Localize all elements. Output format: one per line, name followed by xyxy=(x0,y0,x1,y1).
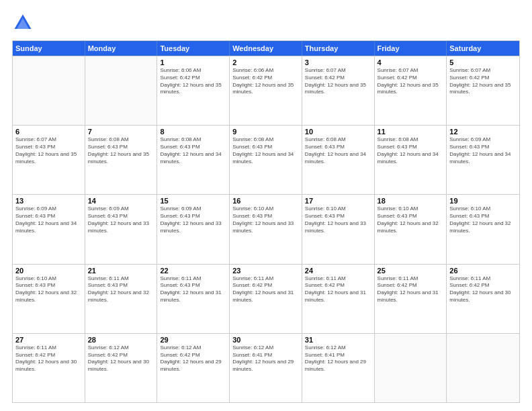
day-number: 2 xyxy=(232,58,299,66)
cell-info: Sunrise: 6:11 AM Sunset: 6:42 PM Dayligh… xyxy=(232,275,299,304)
header-day-friday: Friday xyxy=(375,41,447,56)
cell-info: Sunrise: 6:10 AM Sunset: 6:43 PM Dayligh… xyxy=(378,205,444,234)
week-row-4: 20Sunrise: 6:10 AM Sunset: 6:43 PM Dayli… xyxy=(13,264,519,333)
day-number: 28 xyxy=(88,336,154,344)
header xyxy=(12,12,520,34)
cell-info: Sunrise: 6:11 AM Sunset: 6:43 PM Dayligh… xyxy=(160,275,226,304)
calendar: SundayMondayTuesdayWednesdayThursdayFrid… xyxy=(12,40,520,403)
cal-cell: 31Sunrise: 6:12 AM Sunset: 6:41 PM Dayli… xyxy=(302,334,375,402)
cal-cell: 7Sunrise: 6:08 AM Sunset: 6:43 PM Daylig… xyxy=(85,126,158,194)
day-number: 18 xyxy=(378,197,444,205)
cal-cell: 4Sunrise: 6:07 AM Sunset: 6:42 PM Daylig… xyxy=(375,56,447,125)
cal-cell: 19Sunrise: 6:10 AM Sunset: 6:43 PM Dayli… xyxy=(447,195,519,263)
cal-cell xyxy=(85,56,158,125)
cell-info: Sunrise: 6:07 AM Sunset: 6:42 PM Dayligh… xyxy=(305,67,371,96)
cell-info: Sunrise: 6:07 AM Sunset: 6:42 PM Dayligh… xyxy=(378,67,444,96)
cell-info: Sunrise: 6:09 AM Sunset: 6:43 PM Dayligh… xyxy=(160,205,226,234)
day-number: 5 xyxy=(449,58,517,66)
cell-info: Sunrise: 6:10 AM Sunset: 6:43 PM Dayligh… xyxy=(15,275,82,304)
header-day-monday: Monday xyxy=(85,41,158,56)
cell-info: Sunrise: 6:10 AM Sunset: 6:43 PM Dayligh… xyxy=(232,205,299,234)
day-number: 20 xyxy=(15,267,82,275)
cell-info: Sunrise: 6:08 AM Sunset: 6:43 PM Dayligh… xyxy=(305,136,371,165)
cal-cell: 6Sunrise: 6:07 AM Sunset: 6:43 PM Daylig… xyxy=(13,126,85,194)
day-number: 9 xyxy=(232,128,299,136)
cal-cell: 2Sunrise: 6:06 AM Sunset: 6:42 PM Daylig… xyxy=(230,56,302,125)
cal-cell: 1Sunrise: 6:06 AM Sunset: 6:42 PM Daylig… xyxy=(157,56,230,125)
day-number: 14 xyxy=(88,197,154,205)
cal-cell xyxy=(13,56,85,125)
cal-cell: 24Sunrise: 6:11 AM Sunset: 6:42 PM Dayli… xyxy=(302,265,375,333)
cal-cell xyxy=(447,334,519,402)
cal-cell: 9Sunrise: 6:08 AM Sunset: 6:43 PM Daylig… xyxy=(230,126,302,194)
cell-info: Sunrise: 6:11 AM Sunset: 6:42 PM Dayligh… xyxy=(305,275,371,304)
cell-info: Sunrise: 6:11 AM Sunset: 6:42 PM Dayligh… xyxy=(449,275,517,304)
cell-info: Sunrise: 6:12 AM Sunset: 6:42 PM Dayligh… xyxy=(88,345,154,373)
cal-cell: 27Sunrise: 6:11 AM Sunset: 6:42 PM Dayli… xyxy=(13,334,85,402)
cal-cell: 8Sunrise: 6:08 AM Sunset: 6:43 PM Daylig… xyxy=(157,126,230,194)
cal-cell: 17Sunrise: 6:10 AM Sunset: 6:43 PM Dayli… xyxy=(302,195,375,263)
day-number: 19 xyxy=(449,197,517,205)
cell-info: Sunrise: 6:06 AM Sunset: 6:42 PM Dayligh… xyxy=(160,67,226,96)
cell-info: Sunrise: 6:11 AM Sunset: 6:43 PM Dayligh… xyxy=(88,275,154,304)
day-number: 31 xyxy=(305,336,371,344)
cell-info: Sunrise: 6:11 AM Sunset: 6:42 PM Dayligh… xyxy=(15,345,82,373)
header-day-tuesday: Tuesday xyxy=(157,41,230,56)
day-number: 11 xyxy=(378,128,444,136)
cell-info: Sunrise: 6:10 AM Sunset: 6:43 PM Dayligh… xyxy=(305,205,371,234)
day-number: 15 xyxy=(160,197,226,205)
day-number: 21 xyxy=(88,267,154,275)
day-number: 17 xyxy=(305,197,371,205)
cell-info: Sunrise: 6:11 AM Sunset: 6:42 PM Dayligh… xyxy=(378,275,444,304)
day-number: 22 xyxy=(160,267,226,275)
day-number: 27 xyxy=(15,336,82,344)
header-day-wednesday: Wednesday xyxy=(230,41,302,56)
cell-info: Sunrise: 6:08 AM Sunset: 6:43 PM Dayligh… xyxy=(88,136,154,165)
day-number: 30 xyxy=(232,336,299,344)
cal-cell: 22Sunrise: 6:11 AM Sunset: 6:43 PM Dayli… xyxy=(157,265,230,333)
cell-info: Sunrise: 6:09 AM Sunset: 6:43 PM Dayligh… xyxy=(15,205,82,234)
cal-cell: 26Sunrise: 6:11 AM Sunset: 6:42 PM Dayli… xyxy=(447,265,519,333)
cal-cell: 25Sunrise: 6:11 AM Sunset: 6:42 PM Dayli… xyxy=(375,265,447,333)
cal-cell: 10Sunrise: 6:08 AM Sunset: 6:43 PM Dayli… xyxy=(302,126,375,194)
cal-cell: 12Sunrise: 6:09 AM Sunset: 6:43 PM Dayli… xyxy=(447,126,519,194)
cal-cell xyxy=(375,334,447,402)
header-day-saturday: Saturday xyxy=(447,41,519,56)
cell-info: Sunrise: 6:09 AM Sunset: 6:43 PM Dayligh… xyxy=(88,205,154,234)
cell-info: Sunrise: 6:12 AM Sunset: 6:41 PM Dayligh… xyxy=(305,345,371,373)
day-number: 7 xyxy=(88,128,154,136)
cal-cell: 28Sunrise: 6:12 AM Sunset: 6:42 PM Dayli… xyxy=(85,334,158,402)
logo xyxy=(12,12,36,34)
cal-cell: 20Sunrise: 6:10 AM Sunset: 6:43 PM Dayli… xyxy=(13,265,85,333)
cal-cell: 15Sunrise: 6:09 AM Sunset: 6:43 PM Dayli… xyxy=(157,195,230,263)
header-day-sunday: Sunday xyxy=(13,41,85,56)
cal-cell: 21Sunrise: 6:11 AM Sunset: 6:43 PM Dayli… xyxy=(85,265,158,333)
cell-info: Sunrise: 6:10 AM Sunset: 6:43 PM Dayligh… xyxy=(449,205,517,234)
day-number: 24 xyxy=(305,267,371,275)
day-number: 26 xyxy=(449,267,517,275)
cell-info: Sunrise: 6:12 AM Sunset: 6:42 PM Dayligh… xyxy=(160,345,226,373)
cal-cell: 18Sunrise: 6:10 AM Sunset: 6:43 PM Dayli… xyxy=(375,195,447,263)
cal-cell: 29Sunrise: 6:12 AM Sunset: 6:42 PM Dayli… xyxy=(157,334,230,402)
day-number: 3 xyxy=(305,58,371,66)
day-number: 13 xyxy=(15,197,82,205)
day-number: 12 xyxy=(449,128,517,136)
header-day-thursday: Thursday xyxy=(302,41,375,56)
cell-info: Sunrise: 6:07 AM Sunset: 6:42 PM Dayligh… xyxy=(449,67,517,96)
day-number: 16 xyxy=(232,197,299,205)
week-row-5: 27Sunrise: 6:11 AM Sunset: 6:42 PM Dayli… xyxy=(13,333,519,402)
calendar-body: 1Sunrise: 6:06 AM Sunset: 6:42 PM Daylig… xyxy=(13,56,519,402)
page: SundayMondayTuesdayWednesdayThursdayFrid… xyxy=(0,0,532,411)
cell-info: Sunrise: 6:08 AM Sunset: 6:43 PM Dayligh… xyxy=(232,136,299,165)
day-number: 4 xyxy=(378,58,444,66)
day-number: 8 xyxy=(160,128,226,136)
cal-cell: 13Sunrise: 6:09 AM Sunset: 6:43 PM Dayli… xyxy=(13,195,85,263)
cell-info: Sunrise: 6:07 AM Sunset: 6:43 PM Dayligh… xyxy=(15,136,82,165)
day-number: 6 xyxy=(15,128,82,136)
cell-info: Sunrise: 6:06 AM Sunset: 6:42 PM Dayligh… xyxy=(232,67,299,96)
cell-info: Sunrise: 6:09 AM Sunset: 6:43 PM Dayligh… xyxy=(449,136,517,165)
day-number: 29 xyxy=(160,336,226,344)
week-row-3: 13Sunrise: 6:09 AM Sunset: 6:43 PM Dayli… xyxy=(13,194,519,263)
day-number: 10 xyxy=(305,128,371,136)
cal-cell: 3Sunrise: 6:07 AM Sunset: 6:42 PM Daylig… xyxy=(302,56,375,125)
